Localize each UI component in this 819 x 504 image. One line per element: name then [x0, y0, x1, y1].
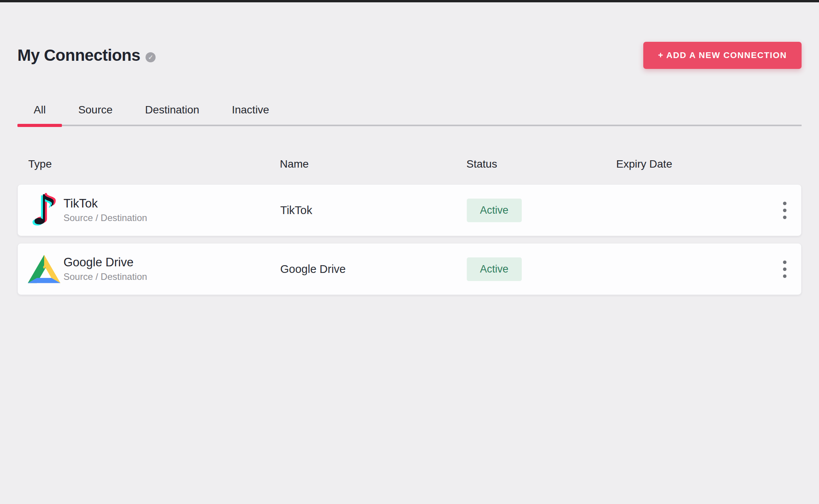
- kebab-menu-icon[interactable]: [779, 257, 801, 282]
- connections-page: My Connections ✓ + ADD A NEW CONNECTION …: [0, 0, 819, 504]
- kebab-dot: [783, 209, 786, 212]
- type-cell: ♪ TikTok Source / Destination: [18, 191, 280, 230]
- top-bar: [0, 0, 819, 2]
- page-header: My Connections ✓ + ADD A NEW CONNECTION: [17, 42, 802, 69]
- connection-name: Google Drive: [280, 263, 467, 276]
- table-header: Type Name Status Expiry Date: [17, 158, 802, 170]
- column-header-type: Type: [17, 158, 280, 170]
- type-cell: Google Drive Source / Destination: [18, 250, 280, 288]
- check-circle-icon: ✓: [146, 52, 156, 62]
- expiry-cell: [617, 185, 801, 236]
- tab-destination[interactable]: Destination: [129, 104, 216, 125]
- column-header-expiry-date: Expiry Date: [616, 158, 802, 170]
- tiktok-icon: ♪: [28, 191, 60, 230]
- table-row: Google Drive Source / Destination Google…: [17, 243, 802, 295]
- page-title: My Connections: [17, 46, 140, 65]
- connection-type-title: Google Drive: [63, 255, 147, 270]
- kebab-dot: [783, 274, 786, 278]
- connection-name: TikTok: [280, 204, 467, 217]
- status-badge: Active: [467, 199, 522, 222]
- tab-inactive[interactable]: Inactive: [216, 104, 286, 125]
- status-cell: Active: [467, 199, 617, 222]
- status-badge: Active: [467, 257, 522, 281]
- expiry-cell: [617, 243, 801, 295]
- kebab-menu-icon[interactable]: [779, 198, 801, 223]
- kebab-dot: [783, 267, 786, 271]
- column-header-status: Status: [466, 158, 616, 170]
- connection-type-subtitle: Source / Destination: [63, 271, 147, 283]
- tab-source[interactable]: Source: [62, 104, 129, 125]
- connection-type-subtitle: Source / Destination: [63, 212, 147, 224]
- connection-type-title: TikTok: [63, 196, 147, 211]
- status-cell: Active: [467, 257, 617, 281]
- tab-all[interactable]: All: [17, 104, 62, 125]
- kebab-dot: [783, 261, 786, 264]
- table-row: ♪ TikTok Source / Destination TikTok Act…: [17, 184, 802, 236]
- google-drive-icon: [28, 250, 60, 288]
- add-connection-button[interactable]: + ADD A NEW CONNECTION: [643, 42, 802, 69]
- kebab-dot: [783, 202, 786, 205]
- connections-list: ♪ TikTok Source / Destination TikTok Act…: [17, 184, 802, 295]
- filter-tabs: All Source Destination Inactive: [17, 104, 802, 126]
- kebab-dot: [783, 216, 786, 219]
- column-header-name: Name: [280, 158, 466, 170]
